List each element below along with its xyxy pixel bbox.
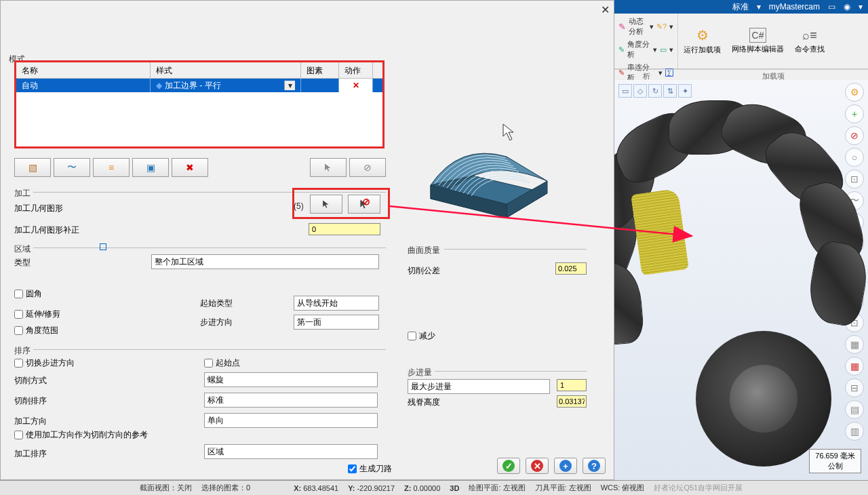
tool-cube-icon[interactable]: ▣ — [132, 158, 169, 177]
machining-section-label: 加工 — [14, 188, 31, 199]
ribbon: 标准 ▾ myMastercam ▭ ◉ ▾ ✎动态分析▾✎?▾ ✎角度分析▾▭… — [614, 0, 868, 80]
viewport-3d[interactable]: ▭ ◇ ↻ ⇅ ✦ ⚙ + ⊘ ○ ⊡ 〜 ◐ ◧ ⊞ ◫ ⊡ ▦ ▦ ⊟ ▤ … — [614, 80, 868, 480]
col-name: 名称 — [16, 62, 151, 78]
workspace-label[interactable]: 标准 — [732, 1, 749, 13]
sb-z-value: 0.00000 — [414, 484, 441, 492]
scallop-height-input[interactable] — [557, 395, 587, 408]
geometry-count: (5) — [294, 201, 304, 211]
app-name: myMastercam — [769, 2, 820, 12]
ribbon-run-addon[interactable]: ⚙ 运行加载项 — [678, 14, 726, 68]
chat-icon[interactable]: ▭ — [828, 2, 835, 12]
ribbon-script-editor[interactable]: C# 网络脚本编辑器 — [726, 14, 789, 68]
type-label: 类型 — [14, 257, 31, 269]
machining-direction-select[interactable]: 单向 — [204, 413, 378, 428]
type-select[interactable]: 整个加工区域 — [151, 254, 379, 269]
pattern-table: 名称 样式 图素 动作 自动 ◆ 加工边界 - 平行 ▾ ✕ — [14, 60, 384, 148]
machining-sort-label: 加工排序 — [14, 448, 47, 460]
row-icon — [301, 79, 339, 92]
sb-wcs[interactable]: WCS: 俯视图 — [601, 483, 645, 493]
start-point-checkbox[interactable]: 起始点 — [204, 357, 240, 369]
machining-sort-select[interactable]: 区域 — [204, 444, 378, 459]
step-direction-label: 步进方向 — [200, 317, 233, 328]
start-type-select[interactable]: 从导线开始 — [294, 296, 379, 311]
area-section-label: 区域 — [14, 243, 31, 255]
generate-toolpath-checkbox[interactable]: 生成刀路 — [348, 463, 392, 475]
geometry-comp-label: 加工几何图形补正 — [14, 224, 79, 236]
scallop-height-label: 残脊高度 — [408, 397, 440, 408]
area-link-icon[interactable] — [100, 243, 106, 250]
fillet-checkbox[interactable]: 圆角 — [14, 288, 42, 300]
geometry-label: 加工几何图形 — [14, 203, 63, 214]
geometry-clear-button[interactable] — [348, 195, 380, 214]
cut-method-label: 切削方式 — [14, 375, 47, 387]
step-amount-label: 步进量 — [408, 367, 432, 378]
col-action: 动作 — [339, 62, 373, 78]
extend-trim-checkbox[interactable]: 延伸/修剪 — [14, 309, 60, 320]
tool-clear-icon[interactable]: ⊘ — [349, 158, 386, 177]
tool-delete-icon[interactable]: ✖ — [172, 158, 208, 177]
start-type-label: 起始类型 — [200, 298, 233, 309]
pattern-row-selected[interactable]: 自动 ◆ 加工边界 - 平行 ▾ ✕ — [16, 79, 382, 92]
toggle-step-dir-checkbox[interactable]: 切换步进方向 — [14, 357, 75, 369]
angle-range-checkbox[interactable]: 角度范围 — [14, 325, 58, 336]
sb-3d-mode[interactable]: 3D — [450, 484, 459, 492]
ribbon-angle-analysis[interactable]: ✎角度分析▾▭▾ — [618, 38, 673, 61]
surface-quality-label: 曲面质量 — [408, 245, 440, 256]
tool-pick-icon[interactable] — [310, 158, 347, 177]
cancel-button[interactable]: ✕ — [526, 458, 549, 474]
preview-pane — [405, 116, 595, 469]
help-button[interactable]: ? — [583, 458, 606, 474]
cut-tolerance-input[interactable] — [555, 262, 587, 275]
sb-x-value: 683.48541 — [303, 484, 338, 492]
col-style: 样式 — [151, 62, 301, 78]
tool-lines-icon[interactable]: ≡ — [93, 158, 130, 177]
geometry-comp-input[interactable] — [309, 223, 380, 235]
status-bar: 截面视图：关闭 选择的图素：0 X: 683.48541 Y: -220.902… — [0, 480, 868, 495]
row-name: 自动 — [16, 79, 151, 92]
viewport-scale: 76.659 毫米 公制 — [809, 449, 861, 473]
step-amount-select[interactable]: 最大步进量 — [408, 379, 550, 394]
reduce-checkbox[interactable]: 减少 — [408, 330, 435, 342]
row-delete-icon[interactable]: ✕ — [339, 79, 373, 92]
style-dropdown-icon[interactable]: ▾ — [284, 81, 295, 90]
ok-button[interactable]: ✓ — [497, 458, 520, 474]
cut-tolerance-label: 切削公差 — [408, 265, 440, 277]
close-icon[interactable]: ✕ — [601, 3, 610, 16]
sb-tool-plane[interactable]: 刀具平面: 左视图 — [535, 483, 591, 493]
use-machining-dir-ref-checkbox[interactable]: 使用加工方向作为切削方向的参考 — [14, 429, 148, 441]
ribbon-dynamic-analysis[interactable]: ✎动态分析▾✎?▾ — [618, 15, 673, 38]
title-bar: 标准 ▾ myMastercam ▭ ◉ ▾ — [614, 0, 868, 14]
model-turbine — [614, 94, 868, 473]
apply-button[interactable]: + — [554, 458, 577, 474]
sb-selected-count: 选择的图素：0 — [201, 483, 250, 493]
tool-curve-icon[interactable]: 〜 — [54, 158, 90, 177]
sb-drawing-plane[interactable]: 绘图平面: 左视图 — [469, 483, 525, 493]
sb-section-view[interactable]: 截面视图：关闭 — [140, 483, 192, 493]
cut-sort-label: 切削排序 — [14, 395, 47, 407]
tool-box-icon[interactable]: ▧ — [14, 158, 51, 177]
sb-watermark: 好者论坛Q51自学网回开展 — [654, 483, 743, 493]
machining-direction-label: 加工方向 — [14, 416, 47, 427]
machining-dialog: ✕ 模式 名称 样式 图素 动作 自动 ◆ 加工边界 - 平行 ▾ ✕ ▧ 〜 … — [0, 0, 614, 480]
step-direction-select[interactable]: 第一面 — [294, 315, 379, 330]
cut-method-select[interactable]: 螺旋 — [204, 372, 378, 387]
sort-section-label: 排序 — [14, 345, 31, 357]
ribbon-cmd-find[interactable]: ⌕≡ 命令查找 — [789, 14, 830, 68]
sb-y-value: -220.90217 — [357, 484, 395, 492]
help-icon[interactable]: ◉ — [844, 2, 850, 12]
preview-graphic — [405, 116, 568, 224]
col-icon: 图素 — [301, 62, 339, 78]
cut-sort-select[interactable]: 标准 — [204, 393, 378, 408]
svg-line-1 — [365, 200, 368, 203]
row-style[interactable]: ◆ 加工边界 - 平行 ▾ — [151, 79, 301, 92]
geometry-select-button[interactable] — [310, 195, 342, 214]
selected-surface-highlight — [631, 189, 689, 276]
step-amount-input[interactable] — [557, 379, 587, 391]
